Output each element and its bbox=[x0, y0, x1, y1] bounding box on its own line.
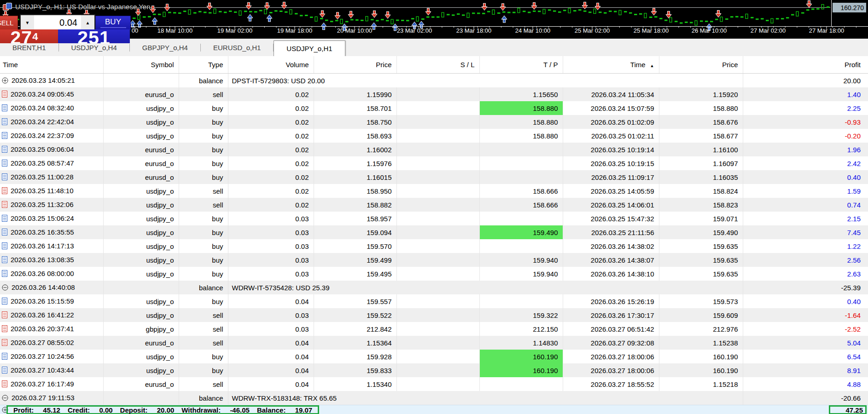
sell-price-panel[interactable]: 274 bbox=[0, 29, 58, 43]
column-header-7[interactable]: Time▲ bbox=[563, 56, 659, 74]
column-header-4[interactable]: Price bbox=[314, 56, 396, 74]
cell-sl bbox=[396, 253, 479, 267]
buy-button-label: BUY bbox=[105, 17, 121, 27]
cell-volume: 0.02 bbox=[228, 170, 314, 184]
cell-open-price: 212.842 bbox=[314, 322, 396, 336]
tab-usdjpy-o-h1[interactable]: USDJPY_o,H1 bbox=[274, 40, 345, 56]
cell-close-price: 159.635 bbox=[659, 239, 743, 253]
cell-tp bbox=[479, 239, 563, 253]
cell-close-time: 2026.03.26 14:38:02 bbox=[563, 239, 659, 253]
volume-decrease-button[interactable]: ▼ bbox=[21, 15, 34, 30]
table-row[interactable]: 2026.03.26 13:08:35 usdjpy_o buy0.03 159… bbox=[0, 253, 868, 267]
table-row[interactable]: 2026.03.24 22:37:09 usdjpy_o buy0.02 158… bbox=[0, 129, 868, 143]
table-row[interactable]: 2026.03.24 09:05:45 eurusd_o sell0.02 1.… bbox=[0, 87, 868, 101]
table-row[interactable]: 2026.03.23 14:05:21 balanceDPST-IT-57298… bbox=[0, 74, 868, 88]
cell-type: balance bbox=[179, 391, 228, 405]
column-header-8[interactable]: Price bbox=[659, 56, 743, 74]
table-row[interactable]: 2026.03.26 15:15:59 usdjpy_o buy0.04 159… bbox=[0, 294, 868, 308]
column-header-0[interactable]: Time bbox=[0, 56, 103, 74]
cell-type: sell bbox=[179, 322, 228, 336]
cell-profit: 8.91 bbox=[743, 363, 868, 377]
table-row[interactable]: 2026.03.25 08:57:47 eurusd_o buy0.02 1.1… bbox=[0, 156, 868, 170]
account-summary-row: Profit: 45.12Credit: 0.00Deposit: 20.00W… bbox=[0, 405, 868, 414]
cell-profit: 2.56 bbox=[743, 253, 868, 267]
cell-sl bbox=[396, 184, 479, 198]
cell-close-time: 2026.03.27 18:00:06 bbox=[563, 350, 659, 363]
buy-order-icon bbox=[2, 256, 7, 264]
cell-tp: 158.880 bbox=[479, 101, 563, 115]
cell-sl bbox=[396, 267, 479, 281]
buy-order-icon bbox=[2, 132, 7, 140]
table-row[interactable]: 2026.03.25 16:35:55 usdjpy_o buy0.03 159… bbox=[0, 225, 868, 239]
column-header-5[interactable]: S / L bbox=[396, 56, 479, 74]
cell-volume: 0.04 bbox=[228, 350, 314, 363]
cell-close-price: 160.190 bbox=[659, 350, 743, 363]
sort-asc-icon: ▲ bbox=[650, 63, 654, 68]
cell-open-price: 158.957 bbox=[314, 212, 396, 225]
table-row[interactable]: 2026.03.27 19:11:53 balanceWDRW-TRX-5183… bbox=[0, 391, 868, 405]
cell-tp bbox=[479, 156, 563, 170]
cell-close-price: 158.880 bbox=[659, 101, 743, 115]
cell-symbol: eurusd_o bbox=[103, 143, 179, 156]
table-row[interactable]: 2026.03.25 11:00:28 eurusd_o buy0.02 1.1… bbox=[0, 170, 868, 184]
column-header-3[interactable]: Volume bbox=[228, 56, 314, 74]
volume-increase-button[interactable]: ▲ bbox=[81, 15, 94, 30]
table-row[interactable]: 2026.03.26 14:40:08 balanceWDRW-IT-57354… bbox=[0, 281, 868, 294]
table-row[interactable]: 2026.03.24 22:42:04 usdjpy_o buy0.02 158… bbox=[0, 115, 868, 129]
table-row[interactable]: 2026.03.25 11:32:06 usdjpy_o sell0.02 15… bbox=[0, 198, 868, 212]
column-header-6[interactable]: T / P bbox=[479, 56, 563, 74]
tab-gbpjpy-o-h4[interactable]: GBPJPY_o,H4 bbox=[130, 39, 200, 56]
cell-open-price: 158.701 bbox=[314, 101, 396, 115]
volume-stepper[interactable]: ▼ ▲ bbox=[20, 14, 95, 31]
cell-profit: 2.63 bbox=[743, 267, 868, 281]
cell-symbol: usdjpy_o bbox=[103, 198, 179, 212]
cell-tp bbox=[479, 170, 563, 184]
sell-price-digits: 27 bbox=[11, 29, 33, 43]
buy-button[interactable]: BUY bbox=[95, 16, 131, 30]
table-row[interactable]: 2026.03.26 08:00:00 usdjpy_o buy0.03 159… bbox=[0, 267, 868, 281]
cell-tp: 158.880 bbox=[479, 115, 563, 129]
volume-input[interactable] bbox=[34, 15, 81, 30]
table-row[interactable]: 2026.03.27 10:24:56 usdjpy_o buy0.04 159… bbox=[0, 350, 868, 363]
svg-text:27 Mar 02:00: 27 Mar 02:00 bbox=[751, 27, 786, 34]
column-header-2[interactable]: Type bbox=[179, 56, 228, 74]
cell-type: sell bbox=[179, 377, 228, 391]
cell-type: sell bbox=[179, 336, 228, 350]
chart-area[interactable]: 0018 Mar 10:0019 Mar 02:0019 Mar 18:0020… bbox=[0, 0, 868, 39]
cell-sl bbox=[396, 363, 479, 377]
cell-profit: 2.25 bbox=[743, 101, 868, 115]
cell-sl bbox=[396, 336, 479, 350]
table-row[interactable]: 2026.03.25 15:06:24 usdjpy_o buy0.03 158… bbox=[0, 212, 868, 225]
table-row[interactable]: 2026.03.27 08:55:02 eurusd_o sell0.04 1.… bbox=[0, 336, 868, 350]
cell-type: buy bbox=[179, 239, 228, 253]
cell-close-price: 1.16097 bbox=[659, 156, 743, 170]
sell-button[interactable]: SELL bbox=[0, 16, 18, 30]
cell-open-price: 158.750 bbox=[314, 115, 396, 129]
table-row[interactable]: 2026.03.26 14:17:13 usdjpy_o buy0.03 159… bbox=[0, 239, 868, 253]
tab-eurusd-o-h1[interactable]: EURUSD_o,H1 bbox=[201, 39, 273, 56]
table-row[interactable]: 2026.03.25 09:06:04 eurusd_o buy0.02 1.1… bbox=[0, 143, 868, 156]
table-row[interactable]: 2026.03.24 08:32:40 usdjpy_o buy0.02 158… bbox=[0, 101, 868, 115]
cell-open-price: 1.15364 bbox=[314, 336, 396, 350]
table-row[interactable]: 2026.03.27 16:17:49 eurusd_o sell0.04 1.… bbox=[0, 377, 868, 391]
table-row[interactable]: 2026.03.27 10:43:44 usdjpy_o buy0.04 159… bbox=[0, 363, 868, 377]
sell-order-icon bbox=[2, 380, 7, 389]
cell-close-time: 2026.03.25 14:05:59 bbox=[563, 184, 659, 198]
table-row[interactable]: 2026.03.26 16:41:22 usdjpy_o sell0.03 15… bbox=[0, 308, 868, 322]
cell-tp: 158.880 bbox=[479, 129, 563, 143]
cell-open-price: 158.950 bbox=[314, 184, 396, 198]
cell-profit: 20.00 bbox=[743, 74, 868, 88]
column-header-9[interactable]: Profit bbox=[743, 56, 868, 74]
cell-type: buy bbox=[179, 170, 228, 184]
table-row[interactable]: 2026.03.25 11:48:10 usdjpy_o sell0.02 15… bbox=[0, 184, 868, 198]
table-row[interactable]: 2026.03.26 20:37:41 gbpjpy_o sell0.03 21… bbox=[0, 322, 868, 336]
buy-order-icon bbox=[2, 298, 7, 306]
cell-open-price: 1.15340 bbox=[314, 377, 396, 391]
summary-item: Deposit: 20.00 bbox=[120, 406, 175, 414]
cell-profit: -25.39 bbox=[743, 281, 868, 294]
buy-price-panel[interactable]: 251 bbox=[58, 29, 130, 43]
cell-type: buy bbox=[179, 350, 228, 363]
column-header-1[interactable]: Symbol bbox=[103, 56, 179, 74]
cell-type: buy bbox=[179, 212, 228, 225]
summary-item: Balance: 19.07 bbox=[257, 406, 312, 414]
